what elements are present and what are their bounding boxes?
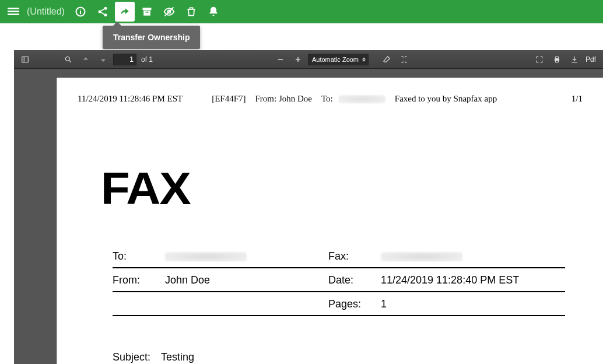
sidebar-toggle-icon[interactable]	[17, 52, 33, 67]
tooltip: Transfer Ownership	[103, 26, 200, 49]
header-note: Faxed to you by Snapfax app	[395, 94, 497, 104]
subject-row: Subject: Testing	[113, 351, 583, 363]
fax-row-pages: Pages: 1	[113, 292, 565, 316]
subject-value: Testing	[161, 351, 194, 363]
header-code: [EF44F7]	[212, 94, 246, 104]
pages-label: Pages:	[328, 298, 381, 310]
fax-label: Fax:	[328, 250, 381, 262]
prev-page-icon[interactable]	[78, 52, 93, 67]
svg-rect-22	[556, 57, 559, 58]
svg-rect-14	[22, 57, 29, 62]
eraser-icon[interactable]	[379, 52, 394, 67]
from-label: From:	[113, 274, 165, 286]
svg-rect-10	[143, 10, 150, 15]
svg-rect-23	[556, 60, 559, 62]
document-title: (Untitled)	[27, 6, 65, 17]
svg-rect-2	[8, 13, 19, 15]
header-timestamp: 11/24/2019 11:28:46 PM EST	[78, 94, 183, 104]
info-icon[interactable]	[71, 2, 90, 22]
document-page: 11/24/2019 11:28:46 PM EST [EF44F7] From…	[56, 77, 603, 364]
svg-rect-1	[8, 10, 19, 12]
menu-icon[interactable]	[3, 2, 23, 22]
header-pageno: 1/1	[572, 94, 583, 104]
download-icon[interactable]	[567, 52, 582, 67]
pdf-toolbar: of 1 Automatic Zoom Pdf	[14, 50, 603, 69]
page-header: 11/24/2019 11:28:46 PM EST [EF44F7] From…	[78, 94, 583, 104]
archive-icon[interactable]	[137, 2, 157, 22]
bell-icon[interactable]	[204, 2, 223, 22]
date-label: Date:	[328, 274, 381, 286]
svg-point-16	[65, 57, 69, 61]
to-label: To:	[113, 250, 165, 262]
svg-rect-9	[142, 8, 151, 10]
app-toolbar: (Untitled)	[0, 0, 603, 23]
zoom-select[interactable]: Automatic Zoom	[308, 54, 369, 65]
pages-value: 1	[381, 298, 565, 310]
svg-rect-11	[145, 12, 148, 13]
next-page-icon[interactable]	[96, 52, 111, 67]
transfer-ownership-button[interactable]	[115, 2, 135, 22]
header-to-label: To:	[321, 94, 333, 104]
subject-label: Subject:	[113, 351, 150, 363]
zoom-out-icon[interactable]	[273, 52, 288, 67]
from-value: John Doe	[165, 274, 328, 286]
zoom-in-icon[interactable]	[290, 52, 306, 67]
page-area[interactable]: 11/24/2019 11:28:46 PM EST [EF44F7] From…	[14, 69, 603, 364]
pdf-viewer: of 1 Automatic Zoom Pdf	[14, 50, 603, 364]
search-icon[interactable]	[61, 52, 76, 67]
fax-row-to: To: Fax:	[113, 244, 565, 268]
fax-grid: To: Fax: From: John Doe Date: 11/24/2019…	[113, 244, 565, 316]
fax-value-redacted	[381, 252, 462, 261]
svg-rect-0	[8, 8, 19, 9]
page-number-input[interactable]	[113, 54, 136, 65]
to-value-redacted	[165, 252, 247, 261]
fax-row-from: From: John Doe Date: 11/24/2019 11:28:40…	[113, 268, 565, 292]
svg-line-17	[69, 60, 71, 62]
visibility-off-icon[interactable]	[159, 2, 179, 22]
date-value: 11/24/2019 11:28:40 PM EST	[381, 274, 565, 286]
header-from: From: John Doe	[255, 94, 313, 104]
trash-icon[interactable]	[181, 2, 201, 22]
print-icon[interactable]	[549, 52, 565, 67]
share-icon[interactable]	[93, 2, 113, 22]
svg-point-5	[80, 9, 81, 10]
fax-title: FAX	[101, 162, 594, 215]
crop-icon[interactable]	[397, 52, 412, 67]
format-label: Pdf	[586, 55, 596, 64]
fullscreen-icon[interactable]	[532, 52, 547, 67]
header-to-redacted	[339, 95, 385, 103]
zoom-select-label: Automatic Zoom	[312, 56, 359, 63]
page-count-label: of 1	[141, 55, 153, 64]
